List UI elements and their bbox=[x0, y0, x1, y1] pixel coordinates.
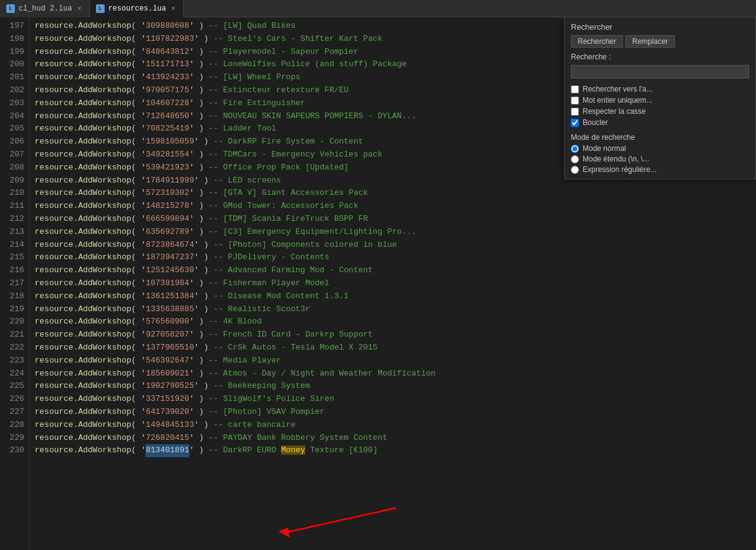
line-number: 206 bbox=[5, 135, 24, 148]
search-input[interactable] bbox=[571, 65, 749, 79]
code-string: 848643812 bbox=[146, 46, 189, 59]
code-comment: -- French ID Card - Darkrp Support bbox=[209, 329, 373, 342]
tab-close-cl-hud[interactable]: ✕ bbox=[76, 4, 82, 13]
table-row: resource.AddWorkshop( '337151920' ) -- S… bbox=[35, 393, 756, 406]
line-number: 219 bbox=[5, 303, 24, 316]
code-string: 1784911999 bbox=[146, 174, 194, 187]
tab-icon-lua: L bbox=[6, 4, 15, 13]
code-string: 1251245630 bbox=[146, 264, 194, 277]
tab-close-resources[interactable]: ✕ bbox=[170, 4, 176, 13]
line-number: 209 bbox=[5, 174, 24, 187]
code-comment: -- [Photon] Components colored in blue bbox=[214, 239, 397, 252]
code-comment: -- Beekeeping System bbox=[214, 380, 310, 393]
search-mode-title: Mode de recherche bbox=[571, 133, 749, 142]
tab-cl-hud[interactable]: L cl_hud 2.lua ✕ bbox=[0, 0, 90, 17]
line-number: 220 bbox=[5, 316, 24, 329]
line-number: 199 bbox=[5, 46, 24, 59]
line-number: 229 bbox=[5, 432, 24, 445]
table-row: resource.AddWorkshop( '148215278' ) -- G… bbox=[35, 200, 756, 213]
code-function: resource.AddWorkshop bbox=[35, 110, 131, 123]
code-string: 1107822983 bbox=[146, 33, 194, 46]
code-function: resource.AddWorkshop bbox=[35, 393, 131, 406]
code-string: 413924233 bbox=[146, 71, 189, 84]
code-string: 712648650 bbox=[146, 110, 189, 123]
code-function: resource.AddWorkshop bbox=[35, 46, 131, 59]
code-comment: -- LoneWolfies Police (and stuff) Packag… bbox=[209, 58, 407, 71]
code-comment: -- Fisherman Player Model bbox=[209, 277, 329, 290]
code-string: 107391984 bbox=[146, 277, 189, 290]
code-function: resource.AddWorkshop bbox=[35, 354, 131, 367]
code-function: resource.AddWorkshop bbox=[35, 277, 131, 290]
table-row: resource.AddWorkshop( '726820415' ) -- P… bbox=[35, 432, 756, 445]
table-row: resource.AddWorkshop( '8723864674' ) -- … bbox=[35, 239, 756, 252]
search-mode-extended[interactable]: Mode étendu (\n, \... bbox=[571, 155, 749, 163]
search-radio-regex[interactable] bbox=[571, 166, 579, 174]
search-checkbox-3[interactable] bbox=[571, 108, 579, 116]
line-number: 227 bbox=[5, 406, 24, 419]
tab-bar: L cl_hud 2.lua ✕ L resources.lua ✕ bbox=[0, 0, 756, 17]
search-option-1[interactable]: Rechercher vers l'a... bbox=[571, 85, 749, 93]
code-string: 8723864674 bbox=[146, 239, 194, 252]
code-comment: -- Atmos - Day / Night and Weather Modif… bbox=[209, 367, 436, 380]
code-comment: -- Media Player bbox=[209, 354, 281, 367]
code-function: resource.AddWorkshop bbox=[35, 380, 131, 393]
search-checkbox-4[interactable] bbox=[571, 119, 579, 127]
code-string: 970057175 bbox=[146, 84, 189, 97]
code-string: 1902790525 bbox=[146, 380, 194, 393]
search-find-button[interactable]: Rechercher bbox=[571, 35, 623, 48]
table-row: resource.AddWorkshop( '546392647' ) -- M… bbox=[35, 354, 756, 367]
code-string: 666599894 bbox=[146, 213, 189, 226]
line-number: 207 bbox=[5, 148, 24, 161]
search-checkbox-1[interactable] bbox=[571, 85, 579, 93]
code-comment: -- PAYDAY Bank Robbery System Content bbox=[209, 432, 388, 445]
code-comment: -- Steel's Cars - Shifter Kart Pack bbox=[214, 33, 383, 46]
line-number: 198 bbox=[5, 33, 24, 46]
search-replace-button[interactable]: Remplacer bbox=[625, 35, 675, 48]
code-comment: -- [LW] Wheel Props bbox=[209, 71, 300, 84]
code-comment: -- LED screens bbox=[214, 174, 281, 187]
code-string: 708225419 bbox=[146, 122, 189, 135]
search-radio-normal[interactable] bbox=[571, 145, 579, 153]
code-comment: -- 4K Blood bbox=[209, 316, 262, 329]
code-function: resource.AddWorkshop bbox=[35, 148, 131, 161]
code-string: 151171713 bbox=[146, 58, 189, 71]
table-row: resource.AddWorkshop( '1251245630' ) -- … bbox=[35, 264, 756, 277]
line-number: 214 bbox=[5, 239, 24, 252]
code-string: 813401891 bbox=[146, 444, 189, 457]
search-mode-regex[interactable]: Expression régulière... bbox=[571, 165, 749, 174]
code-function: resource.AddWorkshop bbox=[35, 135, 131, 148]
search-option-2[interactable]: Mot entier uniquem... bbox=[571, 96, 749, 105]
tab-icon-resources: L bbox=[96, 4, 105, 13]
code-comment: -- Playermodel - Sapeur Pompier bbox=[209, 46, 358, 59]
table-row: resource.AddWorkshop( '572310302' ) -- [… bbox=[35, 187, 756, 200]
search-match-money: Money bbox=[281, 445, 305, 455]
code-function: resource.AddWorkshop bbox=[35, 251, 131, 264]
search-option-4[interactable]: Boucler bbox=[571, 118, 749, 127]
code-function: resource.AddWorkshop bbox=[35, 213, 131, 226]
code-string: 185609021 bbox=[146, 367, 189, 380]
line-number: 205 bbox=[5, 122, 24, 135]
code-function: resource.AddWorkshop bbox=[35, 290, 131, 303]
search-mode-normal[interactable]: Mode normal bbox=[571, 144, 749, 153]
table-row: resource.AddWorkshop( '576560900' ) -- 4… bbox=[35, 316, 756, 329]
table-row: resource.AddWorkshop( '1902790525' ) -- … bbox=[35, 380, 756, 393]
line-number: 208 bbox=[5, 161, 24, 174]
line-number: 202 bbox=[5, 84, 24, 97]
search-option-3[interactable]: Respecter la casse bbox=[571, 107, 749, 116]
search-radio-extended[interactable] bbox=[571, 155, 579, 163]
line-number: 221 bbox=[5, 329, 24, 342]
code-comment: -- Realistic Scoot3r bbox=[214, 303, 310, 316]
search-checkbox-2[interactable] bbox=[571, 97, 579, 105]
table-row: resource.AddWorkshop( '666599894' ) -- [… bbox=[35, 213, 756, 226]
search-panel: Rechercher Rechercher Remplacer Recherch… bbox=[564, 17, 756, 179]
code-function: resource.AddWorkshop bbox=[35, 444, 131, 457]
code-comment: -- GMod Tower: Accessories Pack bbox=[209, 200, 358, 213]
code-area: 1971981992002012022032042052062072082092… bbox=[0, 17, 756, 550]
code-comment: -- CrSk Autos - Tesla Model X 2015 bbox=[214, 342, 378, 354]
code-function: resource.AddWorkshop bbox=[35, 200, 131, 213]
code-string: 546392647 bbox=[146, 354, 189, 367]
table-row: resource.AddWorkshop( '1873947237' ) -- … bbox=[35, 251, 756, 264]
tab-resources[interactable]: L resources.lua ✕ bbox=[90, 0, 184, 17]
line-number: 200 bbox=[5, 58, 24, 71]
code-string: 635692789 bbox=[146, 226, 189, 239]
